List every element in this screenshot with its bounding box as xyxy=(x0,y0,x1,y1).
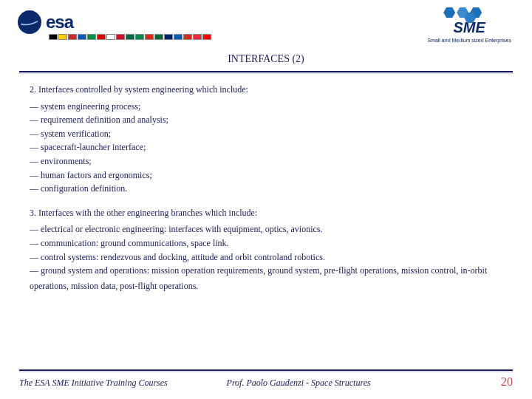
list-item: environments; xyxy=(30,154,511,168)
flag-icon xyxy=(106,34,115,40)
flag-icon xyxy=(154,34,163,40)
flag-icon xyxy=(193,34,202,40)
flag-icon xyxy=(126,34,134,40)
list-item: electrical or electronic engineering: in… xyxy=(30,222,511,236)
sme-subtitle: Small and Medium sized Enterprises xyxy=(427,38,511,43)
esa-wordmark: esa xyxy=(46,12,73,33)
flag-icon xyxy=(87,34,96,40)
list-item: communication: ground communications, sp… xyxy=(30,236,511,250)
flag-icon xyxy=(68,34,77,40)
flag-icon xyxy=(183,34,192,40)
esa-globe-icon xyxy=(18,10,41,34)
list-item: spacecraft-launcher interface; xyxy=(30,140,511,154)
slide-body: 2. Interfaces controlled by system engin… xyxy=(0,72,532,293)
section-2-list: system engineering process;requirement d… xyxy=(30,100,511,196)
footer-rule xyxy=(19,369,513,371)
esa-logo-block: esa xyxy=(18,10,211,40)
sme-hex-icon xyxy=(443,7,495,18)
section-2-lead: 2. Interfaces controlled by system engin… xyxy=(30,83,511,97)
flag-icon xyxy=(202,34,211,40)
flag-icon xyxy=(58,34,67,40)
slide-footer: The ESA SME Initiative Training Courses … xyxy=(0,369,532,389)
footer-left: The ESA SME Initiative Training Courses xyxy=(19,378,227,389)
list-item: system engineering process; xyxy=(30,100,511,114)
flag-icon xyxy=(164,34,173,40)
list-item: ground system and operations: mission op… xyxy=(30,264,511,278)
list-item: configuration definition. xyxy=(30,182,511,196)
slide-title: INTERFACES (2) xyxy=(0,53,532,65)
flag-icon xyxy=(174,34,183,40)
list-item: control systems: rendezvous and docking,… xyxy=(30,250,511,265)
section-3-lead: 3. Interfaces with the other engineering… xyxy=(30,206,511,220)
flag-icon xyxy=(49,34,58,40)
member-state-flags xyxy=(49,34,211,40)
page-number: 20 xyxy=(449,375,513,389)
list-item: system verification; xyxy=(30,127,511,141)
slide-header: esa SME Small and Medium sized Enterpris… xyxy=(0,0,532,44)
flag-icon xyxy=(116,34,125,40)
section-3-list: electrical or electronic engineering: in… xyxy=(30,222,511,277)
footer-center: Prof. Paolo Gaudenzi - Space Structures xyxy=(227,378,449,389)
flag-icon xyxy=(135,34,144,40)
flag-icon xyxy=(78,34,86,40)
flag-icon xyxy=(97,34,106,40)
list-item: human factors and ergonomics; xyxy=(30,168,511,183)
sme-logo-block: SME Small and Medium sized Enterprises xyxy=(427,7,511,43)
section-3-continuation: operations, mission data, post-flight op… xyxy=(30,279,511,293)
flag-icon xyxy=(145,34,154,40)
list-item: requirement definition and analysis; xyxy=(30,113,511,127)
